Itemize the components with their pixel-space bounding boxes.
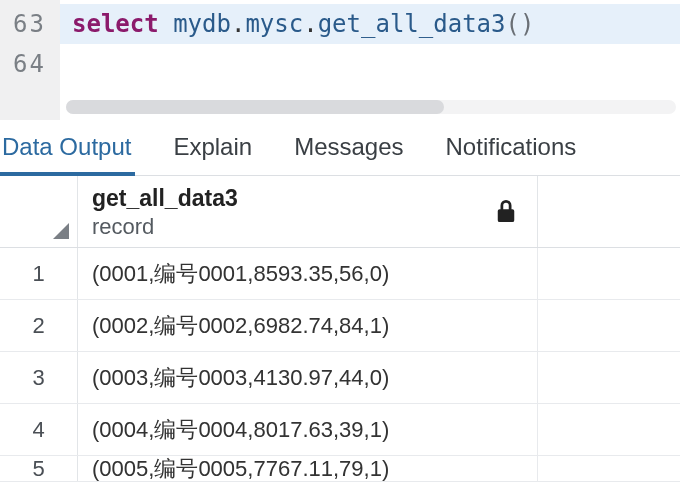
line-gutter: 63 64: [0, 0, 60, 120]
tab-data-output[interactable]: Data Output: [0, 121, 133, 175]
row-number-header[interactable]: [0, 176, 78, 247]
code-line[interactable]: select mydb.mysc.get_all_data3(): [60, 4, 680, 44]
row-number[interactable]: 3: [0, 352, 78, 403]
column-type: record: [92, 213, 238, 241]
cell-value[interactable]: (0001,编号0001,8593.35,56,0): [78, 248, 538, 299]
cell-value[interactable]: (0002,编号0002,6982.74,84,1): [78, 300, 538, 351]
table-row[interactable]: 1 (0001,编号0001,8593.35,56,0): [0, 248, 680, 300]
table-row[interactable]: 2 (0002,编号0002,6982.74,84,1): [0, 300, 680, 352]
scrollbar-thumb[interactable]: [66, 100, 444, 114]
row-number[interactable]: 5: [0, 456, 78, 481]
table-row[interactable]: 3 (0003,编号0003,4130.97,44,0): [0, 352, 680, 404]
tab-notifications[interactable]: Notifications: [444, 121, 579, 175]
cell-value[interactable]: (0005,编号0005,7767.11,79,1): [78, 456, 538, 481]
line-number: 64: [0, 44, 60, 84]
row-number[interactable]: 1: [0, 248, 78, 299]
code-line[interactable]: [60, 44, 680, 84]
row-number[interactable]: 2: [0, 300, 78, 351]
code-editor[interactable]: 63 64 select mydb.mysc.get_all_data3(): [0, 0, 680, 120]
horizontal-scrollbar[interactable]: [66, 100, 676, 114]
tab-explain[interactable]: Explain: [171, 121, 254, 175]
select-all-triangle-icon[interactable]: [53, 223, 69, 239]
result-tabs: Data Output Explain Messages Notificatio…: [0, 120, 680, 176]
line-number: 63: [0, 4, 60, 44]
table-row[interactable]: 5 (0005,编号0005,7767.11,79,1): [0, 456, 680, 482]
column-name: get_all_data3: [92, 184, 238, 213]
table-row[interactable]: 4 (0004,编号0004,8017.63,39,1): [0, 404, 680, 456]
header-spacer: [538, 176, 680, 247]
cell-value[interactable]: (0004,编号0004,8017.63,39,1): [78, 404, 538, 455]
results-grid: get_all_data3 record 1 (0001,编号0001,8593…: [0, 176, 680, 482]
tab-messages[interactable]: Messages: [292, 121, 405, 175]
code-area[interactable]: select mydb.mysc.get_all_data3(): [60, 0, 680, 120]
cell-value[interactable]: (0003,编号0003,4130.97,44,0): [78, 352, 538, 403]
column-header[interactable]: get_all_data3 record: [78, 176, 538, 247]
row-number[interactable]: 4: [0, 404, 78, 455]
lock-icon: [495, 198, 523, 228]
grid-header: get_all_data3 record: [0, 176, 680, 248]
